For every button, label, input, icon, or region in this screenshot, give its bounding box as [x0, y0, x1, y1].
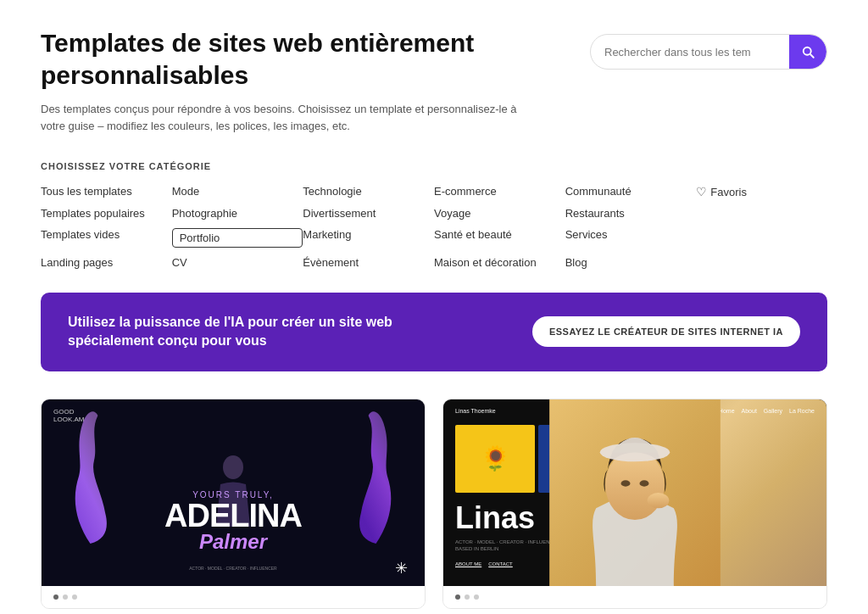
ai-banner-text: Utilisez la puissance de l'IA pour créer… — [68, 313, 424, 351]
category-grid: Tous les templates Mode Technologie E-co… — [41, 185, 827, 269]
category-marketing[interactable]: Marketing — [303, 228, 434, 248]
search-input[interactable] — [591, 46, 789, 59]
category-technologie[interactable]: Technologie — [303, 185, 434, 198]
header-section: Templates de sites web entièrement perso… — [41, 27, 827, 134]
page-subtitle: Des templates conçus pour répondre à vos… — [41, 101, 532, 134]
svg-point-0 — [223, 455, 243, 479]
category-portfolio[interactable]: Portfolio — [172, 228, 303, 248]
category-evenement[interactable]: Évènement — [303, 256, 434, 269]
linas-portrait-svg — [627, 399, 826, 586]
page-wrapper: Templates de sites web entièrement perso… — [0, 0, 868, 614]
linas-right-panel — [627, 399, 826, 586]
search-box[interactable] — [590, 34, 827, 70]
ai-banner-button[interactable]: ESSAYEZ LE CRÉATEUR DE SITES INTERNET IA — [532, 316, 800, 347]
dot-2 — [465, 594, 470, 600]
template-card-adelina[interactable]: GOODLOOK.AM — [41, 399, 426, 609]
category-populaires[interactable]: Templates populaires — [41, 207, 172, 220]
template-card-linas[interactable]: Linas Thoemke Home About Gallery La Roch… — [442, 399, 827, 609]
ai-banner: Utilisez la puissance de l'IA pour créer… — [41, 293, 827, 371]
search-button[interactable] — [789, 34, 826, 70]
svg-point-5 — [640, 480, 649, 486]
adelina-title: YOURS TRULY, ADELINA Palmer — [42, 490, 425, 552]
category-restaurants[interactable]: Restaurants — [565, 207, 697, 220]
category-section: CHOISISSEZ VOTRE CATÉGORIE Tous les temp… — [41, 161, 827, 269]
dot-3 — [72, 594, 77, 600]
category-favoris[interactable]: ♡ Favoris — [696, 185, 827, 198]
dot-2 — [63, 594, 68, 600]
category-ecommerce[interactable]: E-commerce — [434, 185, 565, 198]
template-preview-linas: Linas Thoemke Home About Gallery La Roch… — [443, 399, 826, 586]
category-photographie[interactable]: Photographie — [172, 207, 303, 220]
category-mode[interactable]: Mode — [172, 185, 303, 198]
search-icon — [800, 44, 815, 59]
adelina-star-icon: ✳ — [395, 559, 408, 578]
svg-point-6 — [648, 493, 670, 508]
category-tous[interactable]: Tous les templates — [41, 185, 172, 198]
category-cv[interactable]: CV — [172, 256, 303, 269]
adelina-description: ACTOR · MODEL · CREATOR · INFLUENCER — [189, 566, 276, 571]
linas-template-info — [443, 586, 826, 608]
category-voyage[interactable]: Voyage — [434, 207, 565, 220]
dot-1 — [53, 594, 58, 600]
category-blog[interactable]: Blog — [565, 256, 697, 269]
category-services[interactable]: Services — [565, 228, 697, 248]
linas-dots — [455, 594, 479, 600]
category-landing[interactable]: Landing pages — [41, 256, 172, 269]
linas-portrait — [627, 399, 826, 586]
templates-grid: GOODLOOK.AM — [41, 399, 827, 609]
adelina-template-info — [42, 586, 425, 608]
dot-3 — [474, 594, 479, 600]
category-communaute[interactable]: Communauté — [565, 185, 697, 198]
category-vides[interactable]: Templates vides — [41, 228, 172, 248]
template-preview-adelina: GOODLOOK.AM — [42, 399, 425, 586]
heart-icon: ♡ — [696, 185, 707, 198]
page-title: Templates de sites web entièrement perso… — [41, 27, 532, 91]
category-divertissement[interactable]: Divertissement — [303, 207, 434, 220]
adelina-preview: GOODLOOK.AM — [42, 399, 425, 586]
category-label: CHOISISSEZ VOTRE CATÉGORIE — [41, 161, 827, 171]
header-left: Templates de sites web entièrement perso… — [41, 27, 532, 134]
category-maison[interactable]: Maison et décoration — [434, 256, 565, 269]
linas-preview: Linas Thoemke Home About Gallery La Roch… — [443, 399, 826, 586]
adelina-dots — [53, 594, 77, 600]
category-sante[interactable]: Santé et beauté — [434, 228, 565, 248]
dot-1 — [455, 594, 460, 600]
